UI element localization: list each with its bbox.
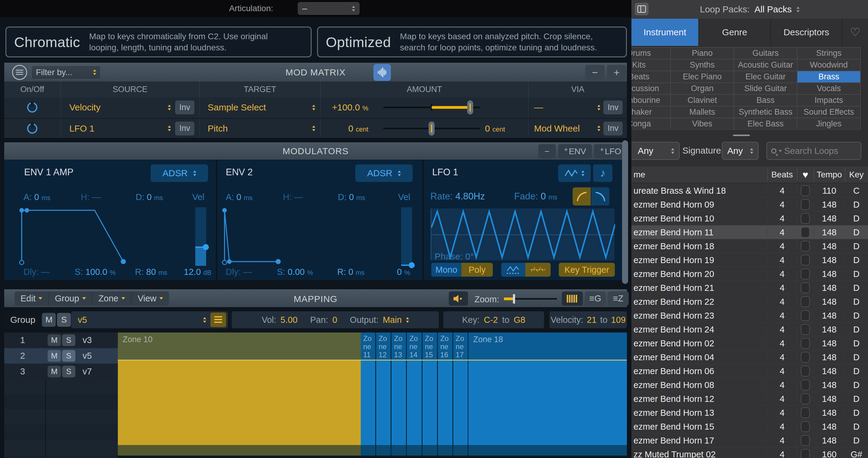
source-value[interactable]: LFO 1 — [69, 123, 94, 134]
category-button[interactable]: Elec Piano — [671, 71, 734, 82]
category-button[interactable]: Synthetic Bass — [734, 107, 797, 118]
category-button[interactable]: Conga — [631, 118, 670, 130]
group-velocity-range-box[interactable]: Velocity:21 to109 — [550, 311, 627, 328]
amount-slider-handle[interactable] — [429, 121, 435, 136]
category-button[interactable]: Bass — [734, 95, 797, 106]
solo-button[interactable]: S — [62, 350, 75, 362]
velocity-high-value[interactable]: 109 — [611, 315, 626, 325]
category-button[interactable]: Piano — [671, 48, 734, 59]
category-button[interactable]: Strings — [798, 48, 860, 59]
chromatic-button[interactable]: Chromatic Map to keys chromatically from… — [5, 27, 312, 57]
group-output-box[interactable]: Vol:5.00 Pan:0 Output:Main — [232, 311, 439, 328]
group-name-dropdown[interactable]: v5 — [71, 311, 228, 328]
amount-slider-handle[interactable] — [467, 101, 473, 115]
zone[interactable]: Zone 15 — [423, 333, 437, 456]
lfo-shape-normal-button[interactable] — [501, 263, 525, 277]
loop-row[interactable]: ezmer Bend Horn 04 4 148 D — [631, 350, 868, 364]
env1-hold[interactable]: H: — — [81, 192, 101, 202]
loop-row[interactable]: ezmer Bend Horn 24 4 148 D — [631, 322, 868, 336]
target-value[interactable]: Sample Select — [208, 102, 266, 113]
beats-column-header[interactable]: Beats — [767, 170, 797, 179]
category-button[interactable]: Clavinet — [671, 95, 734, 106]
category-button[interactable]: Kits — [631, 59, 670, 70]
favorite-checkbox[interactable] — [801, 435, 810, 446]
favorite-checkbox[interactable] — [801, 268, 810, 279]
zoom-slider-handle[interactable] — [513, 294, 515, 304]
scale-dropdown[interactable]: Any — [631, 142, 680, 160]
zone[interactable]: Zone 13 — [392, 333, 406, 456]
lfo-wave-dropdown[interactable] — [558, 165, 591, 182]
loop-row[interactable]: ezmer Bend Horn 20 4 148 D — [631, 267, 868, 281]
key-trigger-button[interactable]: Key Trigger — [559, 263, 615, 277]
category-button[interactable]: Vocals — [798, 83, 860, 94]
favorite-checkbox[interactable] — [801, 421, 810, 432]
category-button[interactable]: Vibes — [671, 118, 734, 130]
category-button[interactable]: Jingles — [798, 118, 860, 130]
loop-row[interactable]: ezmer Bend Horn 10 4 148 D — [631, 211, 868, 225]
vol-value[interactable]: 5.00 — [281, 315, 298, 325]
favorite-checkbox[interactable] — [801, 324, 810, 335]
loop-row[interactable]: ezmer Bend Horn 09 4 148 D — [631, 197, 868, 211]
favorite-checkbox[interactable] — [801, 199, 810, 210]
loop-row[interactable]: zz Muted Trumpet 02 4 160 G# — [631, 447, 868, 458]
category-button[interactable]: Shaker — [631, 107, 670, 118]
env1-attack[interactable]: A: 0 ms — [24, 192, 50, 202]
amount-value[interactable]: 0 — [348, 123, 353, 133]
loop-row[interactable]: ezmer Bend Horn 23 4 148 D — [631, 308, 868, 322]
env2-curve[interactable] — [221, 205, 396, 266]
key-high-value[interactable]: G8 — [514, 315, 525, 325]
panel-resize-handle[interactable] — [733, 135, 750, 136]
env2-attack[interactable]: A: 0 ms — [226, 192, 253, 202]
zone[interactable]: Zone 11 — [361, 333, 375, 456]
loop-row[interactable]: ezmer Bend Horn 02 4 148 D — [631, 336, 868, 350]
env1-vel-slider[interactable] — [195, 207, 206, 266]
target-value[interactable]: Pitch — [208, 123, 228, 134]
env2-decay[interactable]: D: 0 ms — [338, 192, 365, 202]
keyboard-view-button[interactable] — [562, 291, 583, 306]
loop-row[interactable]: ezmer Bend Horn 13 4 148 D — [631, 405, 868, 419]
category-button[interactable]: Sound Effects — [798, 107, 860, 118]
env1-curve[interactable] — [19, 205, 193, 266]
key-low-value[interactable]: C-2 — [484, 315, 498, 325]
via-value[interactable]: — — [534, 102, 543, 113]
loop-row[interactable]: ezmer Bend Horn 18 4 148 D — [631, 239, 868, 253]
favorite-checkbox[interactable] — [801, 310, 810, 321]
power-icon[interactable] — [27, 102, 37, 113]
amount-value[interactable]: +100.0 — [332, 102, 360, 112]
zone[interactable]: Zone 17 — [453, 333, 468, 456]
amount-slider[interactable] — [383, 127, 480, 129]
category-button[interactable]: Woodwind — [798, 59, 860, 70]
zone[interactable]: Zone 12 — [376, 333, 391, 456]
via-invert-button[interactable]: Inv — [603, 101, 623, 114]
waveform-display-button[interactable] — [373, 64, 391, 81]
invert-button[interactable]: Inv — [175, 101, 194, 114]
favorite-checkbox[interactable] — [801, 338, 810, 349]
invert-button[interactable]: Inv — [175, 122, 194, 136]
favorite-column-header[interactable]: ♥ — [797, 169, 814, 180]
zoom-slider[interactable] — [504, 298, 557, 299]
name-column-header[interactable]: me — [633, 170, 645, 179]
env1-vel-amount[interactable]: 12.0 dB — [184, 267, 211, 277]
pan-value[interactable]: 0 — [333, 315, 337, 325]
favorite-checkbox[interactable] — [801, 241, 810, 252]
category-button[interactable]: Mallets — [671, 107, 734, 118]
loop-packs-value[interactable]: All Packs — [754, 4, 792, 15]
env2-vel-slider[interactable] — [401, 207, 412, 266]
zone-mapping-canvas[interactable]: Zone 10 Zone 11 Zone 12 — [118, 333, 627, 458]
loop-row[interactable]: ezmer Bend Horn 12 4 148 D — [631, 392, 868, 405]
tab-favorites[interactable]: ♡ — [842, 19, 868, 46]
zone-18[interactable]: Zone 18 — [468, 333, 627, 456]
lfo-fade[interactable]: Fade: 0 ms — [514, 191, 557, 202]
category-button[interactable]: Percussion — [631, 83, 670, 94]
env2-release[interactable]: R: 0 ms — [337, 267, 365, 277]
modulators-collapse-button[interactable]: − — [538, 144, 556, 159]
loop-row[interactable]: ezmer Bend Horn 19 4 148 D — [631, 253, 868, 267]
favorite-checkbox[interactable] — [801, 449, 810, 458]
favorite-checkbox[interactable] — [801, 213, 810, 224]
env2-vel-amount[interactable]: 0 % — [397, 267, 410, 277]
env2-delay[interactable]: Dly: — — [226, 267, 252, 277]
group-row-selected[interactable]: 2 M S v5 — [4, 348, 118, 364]
env1-decay[interactable]: D: 0 ms — [135, 192, 163, 202]
env1-release[interactable]: R: 80 ms — [135, 267, 167, 277]
fade-in-button[interactable] — [572, 188, 591, 205]
